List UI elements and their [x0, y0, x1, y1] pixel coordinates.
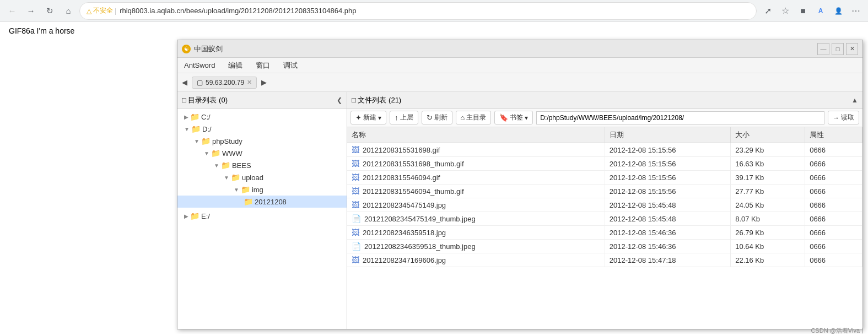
home-button[interactable]: ⌂	[61, 3, 76, 19]
tree-item-20121208[interactable]: 📁 20121208	[177, 196, 347, 208]
tree-label-e: E:/	[201, 212, 210, 220]
main-toolbar: ◀ ▢ 59.63.200.79 ✕ ▶	[177, 73, 862, 92]
file-name: 201212082346359518_thumb.jpeg	[364, 242, 476, 251]
forward-button[interactable]: →	[23, 3, 39, 19]
file-icon: 🖼	[352, 159, 359, 168]
home-dir-label: 主目录	[466, 113, 486, 122]
tree-item-bees[interactable]: ▼ 📁 BEES	[177, 159, 347, 171]
file-name: 201212082345475149_thumb.jpeg	[364, 215, 476, 223]
up-button[interactable]: ↑ 上层	[390, 111, 418, 124]
file-name: 201212082346359518.jpg	[363, 229, 446, 237]
address-bar: △ 不安全 | rhiq8003.ia.aqlab.cn/bees/upload…	[79, 2, 757, 20]
menu-antsword[interactable]: AntSword	[182, 60, 217, 71]
file-icon: 🖼	[352, 228, 359, 237]
file-attr: 0666	[805, 185, 862, 198]
reload-button[interactable]: ↻	[42, 3, 57, 19]
left-panel-header: □ 目录列表 (0) ❮	[177, 92, 347, 109]
folder-icon-img: 📁	[241, 185, 250, 194]
back-button[interactable]: ←	[4, 3, 20, 19]
security-warning: △ 不安全 |	[87, 6, 116, 15]
tree-item-www[interactable]: ▼ 📁 WWW	[177, 147, 347, 159]
bookmark-btn[interactable]: 🔖 书签 ▾	[494, 111, 533, 124]
main-area: □ 目录列表 (0) ❮ ▶ 📁 C:/ ▼ 📁 D:/	[177, 92, 862, 329]
menu-window[interactable]: 窗口	[254, 59, 272, 72]
tree-label-d: D:/	[202, 125, 212, 133]
menu-debug[interactable]: 调试	[281, 59, 300, 72]
table-row[interactable]: 🖼 20121208315531698_thumb.gif 2012-12-08…	[347, 157, 862, 171]
window-title-text: 中国蚁剑	[194, 44, 223, 54]
left-panel: □ 目录列表 (0) ❮ ▶ 📁 C:/ ▼ 📁 D:/	[177, 92, 347, 329]
refresh-icon: ↻	[427, 113, 433, 122]
extensions-button[interactable]: ■	[795, 3, 811, 19]
tab-server[interactable]: ▢ 59.63.200.79 ✕	[192, 77, 257, 89]
file-attr: 0666	[805, 171, 862, 185]
file-attr: 0666	[805, 240, 862, 253]
file-date: 2012-12-08 15:45:48	[605, 212, 730, 226]
tree-label-upload: upload	[242, 174, 263, 182]
file-size: 8.07 Kb	[731, 212, 805, 226]
window-title-area: ☯ 中国蚁剑	[182, 44, 223, 54]
right-panel: □ 文件列表 (21) ▲ ✦ 新建 ▾ ↑ 上层 ↻	[347, 92, 862, 329]
file-name: 201212082347169606.jpg	[363, 256, 446, 264]
tab-next-button[interactable]: ▶	[259, 78, 269, 88]
tree-item-upload[interactable]: ▼ 📁 upload	[177, 171, 347, 183]
file-attr: 0666	[805, 212, 862, 226]
home-dir-button[interactable]: ⌂ 主目录	[456, 111, 492, 124]
table-row[interactable]: 🖼 201212082346359518.jpg 2012-12-08 15:4…	[347, 226, 862, 240]
table-row[interactable]: 🖼 201212082347169606.jpg 2012-12-08 15:4…	[347, 253, 862, 267]
read-button[interactable]: → 读取	[828, 111, 859, 124]
new-button[interactable]: ✦ 新建 ▾	[351, 111, 386, 124]
expand-icon-img: ▼	[234, 187, 239, 193]
bookmark-dropdown-icon: ▾	[525, 114, 528, 122]
close-button[interactable]: ✕	[846, 43, 858, 55]
table-row[interactable]: 📄 201212082346359518_thumb.jpeg 2012-12-…	[347, 240, 862, 253]
tree-label-bees: BEES	[232, 161, 251, 170]
table-row[interactable]: 🖼 201212082345475149.jpg 2012-12-08 15:4…	[347, 198, 862, 212]
refresh-label: 刷新	[434, 113, 448, 122]
file-icon: 📄	[352, 214, 361, 223]
table-row[interactable]: 🖼 20121208315546094_thumb.gif 2012-12-08…	[347, 185, 862, 198]
tree-item-c[interactable]: ▶ 📁 C:/	[177, 111, 347, 123]
left-panel-title: □ 目录列表 (0)	[182, 95, 228, 105]
profile-button[interactable]: 👤	[831, 3, 846, 19]
bookmark-button[interactable]: ☆	[778, 3, 793, 19]
file-table-container: 名称 日期 大小 属性 🖼 20121208315531698.gif 20	[347, 127, 862, 329]
tree-item-phpstudy[interactable]: ▼ 📁 phpStudy	[177, 135, 347, 147]
menu-edit[interactable]: 编辑	[226, 59, 245, 72]
file-icon: 📄	[352, 242, 361, 251]
file-size: 16.63 Kb	[731, 157, 805, 171]
tree-item-img[interactable]: ▼ 📁 img	[177, 183, 347, 196]
url-text[interactable]: rhiq8003.ia.aqlab.cn/bees/upload/img/201…	[120, 7, 750, 15]
right-panel-header: □ 文件列表 (21) ▲	[347, 92, 862, 109]
menu-button[interactable]: ⋯	[848, 3, 864, 19]
left-panel-collapse-button[interactable]: ❮	[337, 96, 342, 104]
file-table: 名称 日期 大小 属性 🖼 20121208315531698.gif 20	[347, 127, 862, 267]
path-input[interactable]	[536, 111, 824, 124]
file-date: 2012-12-08 15:15:56	[605, 171, 730, 185]
table-row[interactable]: 📄 201212082345475149_thumb.jpeg 2012-12-…	[347, 212, 862, 226]
tree-label-www: WWW	[222, 149, 242, 158]
expand-icon-upload: ▼	[224, 175, 229, 181]
translate-button[interactable]: A	[813, 3, 828, 19]
table-row[interactable]: 🖼 20121208315531698.gif 2012-12-08 15:15…	[347, 143, 862, 157]
share-button[interactable]: ➚	[760, 3, 775, 19]
file-icon: 🖼	[352, 200, 359, 209]
home-dir-icon: ⌂	[461, 113, 465, 122]
file-icon: 🖼	[352, 145, 359, 154]
file-name: 20121208315546094_thumb.gif	[363, 187, 464, 196]
tab-close-button[interactable]: ✕	[247, 79, 252, 86]
menu-bar: AntSword 编辑 窗口 调试	[177, 58, 862, 73]
minimize-button[interactable]: —	[817, 43, 829, 55]
folder-icon-upload: 📁	[231, 173, 240, 182]
expand-icon-c: ▶	[184, 114, 188, 120]
tab-prev-button[interactable]: ◀	[180, 78, 190, 88]
file-date: 2012-12-08 15:45:48	[605, 198, 730, 212]
right-panel-collapse-button[interactable]: ▲	[851, 96, 858, 104]
warning-icon: △	[87, 7, 91, 15]
tree-item-e[interactable]: ▶ 📁 E:/	[177, 210, 347, 222]
refresh-button[interactable]: ↻ 刷新	[422, 111, 452, 124]
file-size: 26.79 Kb	[731, 226, 805, 240]
table-row[interactable]: 🖼 20121208315546094.gif 2012-12-08 15:15…	[347, 171, 862, 185]
tree-item-d[interactable]: ▼ 📁 D:/	[177, 123, 347, 135]
maximize-button[interactable]: □	[832, 43, 844, 55]
